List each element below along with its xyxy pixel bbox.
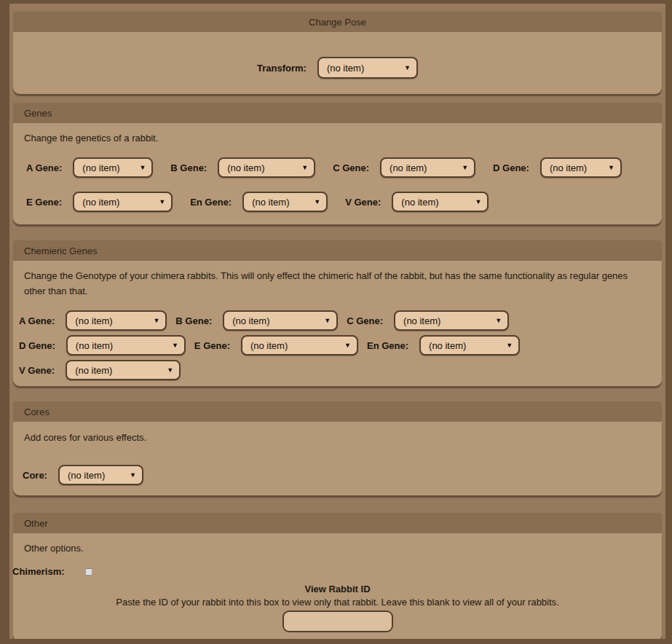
genes-section: Genes Change the genetics of a rabbit. A… [13, 103, 662, 224]
core-label: Core: [23, 470, 47, 481]
genes-description: Change the genetics of a rabbit. [24, 133, 651, 144]
other-header: Other [13, 513, 662, 533]
dropdown-arrow-icon: ▼ [344, 342, 351, 349]
rabbit-options-page: { "colors": { "frame": "#6B5439", "page_… [0, 0, 672, 644]
chimeric-v-gene-select[interactable]: (no item) ▼ [66, 360, 181, 380]
d-gene-select[interactable]: (no item) ▼ [540, 157, 622, 178]
chimeric-a-gene-select[interactable]: (no item) ▼ [66, 310, 167, 331]
en-gene-select-value: (no item) [252, 197, 289, 208]
v-gene-label: V Gene: [345, 197, 381, 208]
chimeric-v-gene-select-value: (no item) [75, 365, 112, 376]
rabbit-id-input[interactable] [282, 610, 393, 632]
chimeric-genes-description: Change the Genotype of your chimera rabb… [24, 268, 650, 299]
cores-section: Cores Add cores for various effects. Cor… [13, 401, 662, 495]
chimeric-b-gene-select-value: (no item) [232, 315, 269, 326]
dropdown-arrow-icon: ▼ [404, 64, 411, 71]
chimeric-v-gene-label: V Gene: [19, 365, 55, 376]
chimeric-en-gene-select-value: (no item) [429, 340, 466, 351]
a-gene-select[interactable]: (no item) ▼ [73, 157, 153, 178]
chimeric-e-gene-select[interactable]: (no item) ▼ [241, 335, 358, 356]
e-gene-select[interactable]: (no item) ▼ [73, 192, 173, 212]
chimeric-d-gene-label: D Gene: [19, 340, 55, 351]
chimeric-b-gene-label: B Gene: [175, 315, 212, 326]
chimeric-b-gene-select[interactable]: (no item) ▼ [223, 310, 338, 331]
dropdown-arrow-icon: ▼ [301, 164, 308, 171]
dropdown-arrow-icon: ▼ [159, 198, 165, 205]
chimeric-c-gene-label: C Gene: [347, 315, 383, 326]
cores-body: Add cores for various effects. Core: (no… [13, 422, 662, 495]
e-gene-select-value: (no item) [82, 197, 119, 208]
transform-select[interactable]: (no item) ▼ [317, 57, 418, 79]
cores-header: Cores [13, 401, 662, 422]
dropdown-arrow-icon: ▼ [139, 164, 146, 171]
dropdown-arrow-icon: ▼ [495, 317, 502, 324]
chimeric-en-gene-select[interactable]: (no item) ▼ [419, 335, 520, 356]
chimeric-genes-title: Chemieric Genes [24, 246, 97, 256]
chimerism-label: Chimerism: [12, 566, 65, 577]
v-gene-select[interactable]: (no item) ▼ [392, 192, 489, 212]
view-rabbit-id-help: Paste the ID of your rabbit into this bo… [24, 597, 651, 608]
other-description: Other options. [24, 543, 651, 554]
dropdown-arrow-icon: ▼ [314, 198, 320, 205]
chimeric-a-gene-select-value: (no item) [75, 315, 112, 326]
chimeric-a-gene-label: A Gene: [19, 315, 55, 326]
dropdown-arrow-icon: ▼ [324, 317, 331, 324]
b-gene-label: B Gene: [170, 162, 207, 173]
chimeric-e-gene-label: E Gene: [194, 340, 230, 351]
change-pose-title: Change Pose [309, 17, 366, 28]
change-pose-body: Transform: (no item) ▼ [13, 32, 662, 94]
a-gene-select-value: (no item) [82, 162, 119, 173]
d-gene-label: D Gene: [493, 162, 529, 173]
c-gene-select[interactable]: (no item) ▼ [380, 157, 475, 178]
transform-label: Transform: [257, 63, 307, 74]
chimeric-c-gene-select-value: (no item) [403, 315, 440, 326]
e-gene-label: E Gene: [26, 197, 62, 208]
dropdown-arrow-icon: ▼ [608, 164, 614, 171]
dropdown-arrow-icon: ▼ [172, 342, 178, 349]
view-rabbit-id-title: View Rabbit ID [24, 584, 651, 594]
chimeric-d-gene-select[interactable]: (no item) ▼ [66, 335, 186, 356]
dropdown-arrow-icon: ▼ [506, 342, 513, 349]
dropdown-arrow-icon: ▼ [462, 164, 468, 171]
other-section: Other Other options. Chimerism: View Rab… [13, 513, 662, 639]
other-body: Other options. Chimerism: View Rabbit ID… [13, 533, 662, 639]
dropdown-arrow-icon: ▼ [475, 198, 481, 205]
chimeric-en-gene-label: En Gene: [367, 340, 408, 351]
dropdown-arrow-icon: ▼ [130, 471, 136, 479]
dropdown-arrow-icon: ▼ [167, 366, 173, 374]
c-gene-label: C Gene: [333, 162, 369, 173]
d-gene-select-value: (no item) [550, 162, 587, 173]
dropdown-arrow-icon: ▼ [153, 317, 159, 324]
change-pose-section: Change Pose Transform: (no item) ▼ [13, 12, 662, 94]
genes-header: Genes [13, 103, 662, 123]
core-select-value: (no item) [68, 470, 105, 481]
genes-title: Genes [24, 108, 52, 119]
core-select[interactable]: (no item) ▼ [58, 465, 143, 485]
v-gene-select-value: (no item) [401, 197, 438, 208]
chimerism-checkbox[interactable] [85, 568, 92, 576]
chimeric-e-gene-select-value: (no item) [250, 340, 288, 351]
other-title: Other [24, 518, 48, 529]
change-pose-header: Change Pose [13, 12, 662, 32]
chimeric-genes-header: Chemieric Genes [13, 240, 662, 261]
chimeric-d-gene-select-value: (no item) [76, 340, 113, 351]
b-gene-select[interactable]: (no item) ▼ [218, 157, 315, 178]
page-container: Change Pose Transform: (no item) ▼ Genes… [9, 4, 665, 639]
chimeric-genes-section: Chemieric Genes Change the Genotype of y… [13, 240, 662, 386]
en-gene-label: En Gene: [190, 197, 232, 208]
chimeric-genes-body: Change the Genotype of your chimera rabb… [13, 261, 662, 386]
cores-title: Cores [24, 407, 50, 417]
en-gene-select[interactable]: (no item) ▼ [242, 192, 328, 212]
c-gene-select-value: (no item) [390, 162, 427, 173]
genes-body: Change the genetics of a rabbit. A Gene:… [13, 123, 662, 224]
b-gene-select-value: (no item) [227, 162, 264, 173]
a-gene-label: A Gene: [26, 162, 62, 173]
transform-select-value: (no item) [327, 63, 364, 74]
cores-description: Add cores for various effects. [24, 432, 651, 443]
chimeric-c-gene-select[interactable]: (no item) ▼ [394, 310, 509, 331]
